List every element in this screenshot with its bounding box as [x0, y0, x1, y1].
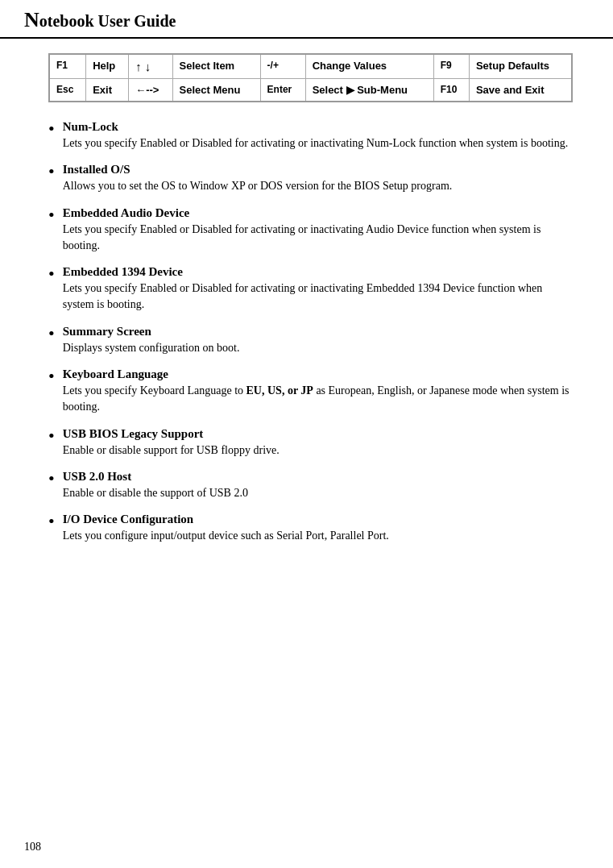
bios-select-menu: Select Menu — [172, 79, 260, 102]
bios-enter-key: Enter — [260, 79, 305, 102]
item-desc: Enable or disable support for USB floppy… — [63, 444, 280, 456]
list-item: • Embedded 1394 Device Lets you specify … — [48, 265, 573, 314]
item-title: I/O Device Configuration — [63, 513, 573, 526]
list-item: • Keyboard Language Lets you specify Key… — [48, 368, 573, 416]
list-item: • USB BIOS Legacy Support Enable or disa… — [48, 427, 573, 459]
bios-select-submenu: Select ▶ Sub-Menu — [305, 79, 433, 102]
item-content: Embedded 1394 Device Lets you specify En… — [63, 265, 573, 314]
list-item: • Embedded Audio Device Lets you specify… — [48, 206, 573, 255]
item-desc: Lets you specify Enabled or Disabled for… — [63, 137, 569, 149]
page-wrap: Notebook User Guide F1 Help ↑ ↓ Select I… — [0, 0, 613, 868]
item-content: USB BIOS Legacy Support Enable or disabl… — [63, 427, 573, 459]
bullet-icon: • — [48, 160, 55, 184]
bullet-icon: • — [48, 118, 55, 141]
bios-help-label: Help — [86, 54, 129, 79]
bullet-icon: • — [48, 425, 55, 448]
page-title: Notebook User Guide — [24, 12, 176, 30]
item-content: Summary Screen Displays system configura… — [63, 325, 573, 356]
bios-row-1: F1 Help ↑ ↓ Select Item -/+ Change Value… — [49, 54, 572, 79]
item-title: Summary Screen — [63, 325, 573, 338]
list-item: • I/O Device Configuration Lets you conf… — [48, 513, 573, 544]
big-letter: N — [24, 8, 39, 31]
item-desc: Lets you specify Keyboard Language to EU… — [63, 384, 570, 413]
item-content: Keyboard Language Lets you specify Keybo… — [63, 368, 573, 416]
title-rest: otebook User Guide — [39, 12, 176, 30]
item-content: Embedded Audio Device Lets you specify E… — [63, 206, 573, 255]
page-header: Notebook User Guide — [0, 0, 613, 39]
bios-updown-key: ↑ ↓ — [129, 54, 172, 79]
item-desc: Lets you configure input/output device s… — [63, 530, 389, 542]
bios-setup-defaults: Setup Defaults — [469, 54, 572, 79]
bios-leftright-key: ←--> — [129, 79, 172, 102]
list-item: • Installed O/S Allows you to set the OS… — [48, 163, 573, 194]
item-desc: Allows you to set the OS to Window XP or… — [63, 180, 453, 192]
bios-f10-key: F10 — [433, 79, 469, 102]
bullet-icon: • — [48, 365, 55, 388]
list-item: • Summary Screen Displays system configu… — [48, 325, 573, 356]
bios-select-item: Select Item — [172, 54, 260, 79]
bios-nav-table: F1 Help ↑ ↓ Select Item -/+ Change Value… — [48, 53, 573, 102]
item-title: USB BIOS Legacy Support — [63, 427, 573, 441]
desc-bold: EU, US, or JP — [246, 384, 313, 397]
item-desc: Lets you specify Enabled or Disabled for… — [63, 282, 543, 310]
bios-save-exit: Save and Exit — [469, 79, 572, 102]
item-title: Embedded Audio Device — [63, 206, 573, 220]
bios-esc-key: Esc — [49, 79, 86, 102]
bios-minus-plus-key: -/+ — [260, 54, 305, 79]
bios-row-2: Esc Exit ←--> Select Menu Enter Select ▶… — [49, 79, 572, 102]
item-title: Num-Lock — [63, 120, 573, 134]
item-desc: Displays system configuration on boot. — [63, 342, 240, 354]
item-title: USB 2.0 Host — [63, 470, 573, 484]
page-content: F1 Help ↑ ↓ Select Item -/+ Change Value… — [0, 39, 613, 572]
item-title: Embedded 1394 Device — [63, 265, 573, 279]
list-item: • USB 2.0 Host Enable or disable the sup… — [48, 470, 573, 501]
item-desc: Enable or disable the support of USB 2.0 — [63, 487, 248, 499]
page-number: 108 — [24, 841, 41, 853]
list-item: • Num-Lock Lets you specify Enabled or D… — [48, 120, 573, 152]
desc-plain: Lets you specify Keyboard Language to — [63, 384, 246, 397]
bios-exit-label: Exit — [86, 79, 129, 102]
item-title: Installed O/S — [63, 163, 573, 177]
bios-f9-key: F9 — [433, 54, 469, 79]
bios-change-values: Change Values — [305, 54, 433, 79]
bullet-icon: • — [48, 510, 55, 534]
item-content: I/O Device Configuration Lets you config… — [63, 513, 573, 544]
item-desc: Lets you specify Enabled or Disabled for… — [63, 223, 541, 251]
item-title: Keyboard Language — [63, 368, 573, 381]
item-content: USB 2.0 Host Enable or disable the suppo… — [63, 470, 573, 501]
bullet-icon: • — [48, 467, 55, 491]
bios-f1-key: F1 — [49, 54, 86, 79]
item-content: Installed O/S Allows you to set the OS t… — [63, 163, 573, 194]
bullet-icon: • — [48, 204, 55, 227]
items-list: • Num-Lock Lets you specify Enabled or D… — [48, 120, 573, 545]
bullet-icon: • — [48, 263, 55, 286]
bullet-icon: • — [48, 322, 55, 346]
item-content: Num-Lock Lets you specify Enabled or Dis… — [63, 120, 573, 152]
